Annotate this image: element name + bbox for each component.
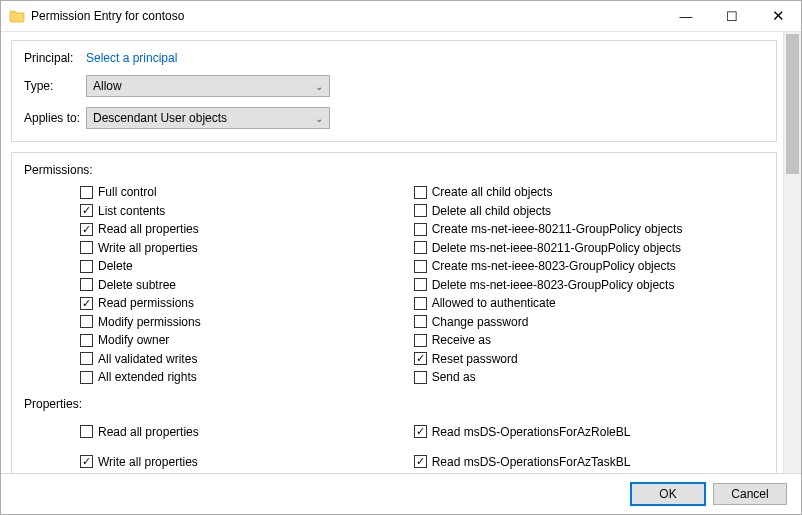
permission-label: Reset password (432, 352, 518, 366)
permission-item: ✓Read msDS-OperationsForAzRoleBL (414, 417, 764, 447)
checkbox[interactable] (414, 241, 427, 254)
titlebar: Permission Entry for contoso — ☐ ✕ (1, 1, 801, 32)
permission-item: Modify permissions (80, 313, 414, 332)
checkbox[interactable]: ✓ (80, 223, 93, 236)
checkbox[interactable] (80, 278, 93, 291)
permission-label: Create ms-net-ieee-8023-GroupPolicy obje… (432, 259, 676, 273)
checkbox[interactable] (80, 371, 93, 384)
permission-item: Full control (80, 183, 414, 202)
permission-item: ✓List contents (80, 202, 414, 221)
permission-item: ✓Read msDS-OperationsForAzTaskBL (414, 447, 764, 474)
permissions-grid: Full control✓List contents✓Read all prop… (24, 183, 764, 387)
permission-label: Delete ms-net-ieee-80211-GroupPolicy obj… (432, 241, 681, 255)
checkbox[interactable]: ✓ (414, 352, 427, 365)
permission-label: Send as (432, 370, 476, 384)
checkbox[interactable]: ✓ (414, 425, 427, 438)
properties-section-label: Properties: (24, 397, 764, 411)
cancel-button[interactable]: Cancel (713, 483, 787, 505)
checkbox[interactable] (80, 186, 93, 199)
checkbox[interactable] (80, 241, 93, 254)
permission-item: Create all child objects (414, 183, 764, 202)
ok-button[interactable]: OK (631, 483, 705, 505)
content: Principal: Select a principal Type: Allo… (1, 32, 783, 473)
permission-item: Read all properties (80, 417, 414, 447)
permission-label: Read msDS-OperationsForAzRoleBL (432, 425, 631, 439)
minimize-icon: — (680, 9, 693, 24)
close-icon: ✕ (772, 7, 785, 25)
principal-label: Principal: (24, 51, 86, 65)
checkbox[interactable] (80, 260, 93, 273)
checkbox[interactable] (80, 352, 93, 365)
checkbox[interactable]: ✓ (80, 204, 93, 217)
checkbox[interactable] (414, 186, 427, 199)
permission-item: Change password (414, 313, 764, 332)
permission-label: Read permissions (98, 296, 194, 310)
permission-item: ✓Read permissions (80, 294, 414, 313)
permission-label: All extended rights (98, 370, 197, 384)
permission-item: Delete all child objects (414, 202, 764, 221)
permission-label: Write all properties (98, 455, 198, 469)
permission-label: Delete (98, 259, 133, 273)
permission-label: Delete ms-net-ieee-8023-GroupPolicy obje… (432, 278, 675, 292)
permission-label: All validated writes (98, 352, 197, 366)
permission-item: Allowed to authenticate (414, 294, 764, 313)
select-principal-link[interactable]: Select a principal (86, 51, 177, 65)
permission-label: Delete all child objects (432, 204, 551, 218)
maximize-button[interactable]: ☐ (709, 1, 755, 31)
properties-column-right: ✓Read msDS-OperationsForAzRoleBL✓Read ms… (414, 417, 764, 474)
appliesto-select[interactable]: Descendant User objects ⌄ (86, 107, 330, 129)
permission-label: Write all properties (98, 241, 198, 255)
permission-label: Delete subtree (98, 278, 176, 292)
window: Permission Entry for contoso — ☐ ✕ Princ… (0, 0, 802, 515)
permission-label: Create all child objects (432, 185, 553, 199)
close-button[interactable]: ✕ (755, 1, 801, 31)
checkbox[interactable] (414, 260, 427, 273)
checkbox[interactable] (414, 223, 427, 236)
permission-label: Create ms-net-ieee-80211-GroupPolicy obj… (432, 222, 683, 236)
scroll-thumb[interactable] (786, 34, 799, 174)
permission-item: Receive as (414, 331, 764, 350)
header-group: Principal: Select a principal Type: Allo… (11, 40, 777, 142)
permission-item: Modify owner (80, 331, 414, 350)
permission-label: Full control (98, 185, 157, 199)
permission-item: All validated writes (80, 350, 414, 369)
permissions-section-label: Permissions: (24, 163, 764, 177)
checkbox[interactable] (80, 425, 93, 438)
properties-column-left: Read all properties✓Write all properties (80, 417, 414, 474)
permission-label: Modify owner (98, 333, 169, 347)
permissions-group: Permissions: Full control✓List contents✓… (11, 152, 777, 473)
dialog-footer: OK Cancel (1, 473, 801, 514)
checkbox[interactable] (80, 334, 93, 347)
checkbox[interactable]: ✓ (414, 455, 427, 468)
permission-item: Delete ms-net-ieee-80211-GroupPolicy obj… (414, 239, 764, 258)
permission-item: ✓Reset password (414, 350, 764, 369)
maximize-icon: ☐ (726, 9, 738, 24)
checkbox[interactable]: ✓ (80, 455, 93, 468)
permissions-column-right: Create all child objectsDelete all child… (414, 183, 764, 387)
permission-item: ✓Read all properties (80, 220, 414, 239)
type-label: Type: (24, 79, 86, 93)
checkbox[interactable] (80, 315, 93, 328)
ok-button-label: OK (659, 487, 676, 501)
appliesto-label: Applies to: (24, 111, 86, 125)
vertical-scrollbar[interactable] (783, 32, 801, 473)
permission-label: Receive as (432, 333, 491, 347)
chevron-down-icon: ⌄ (315, 113, 323, 124)
permission-item: Write all properties (80, 239, 414, 258)
type-select[interactable]: Allow ⌄ (86, 75, 330, 97)
permissions-column-left: Full control✓List contents✓Read all prop… (80, 183, 414, 387)
permission-label: Modify permissions (98, 315, 201, 329)
checkbox[interactable] (414, 371, 427, 384)
checkbox[interactable] (414, 278, 427, 291)
permission-item: Create ms-net-ieee-80211-GroupPolicy obj… (414, 220, 764, 239)
minimize-button[interactable]: — (663, 1, 709, 31)
permission-label: Read all properties (98, 425, 199, 439)
checkbox[interactable] (414, 297, 427, 310)
checkbox[interactable] (414, 334, 427, 347)
checkbox[interactable] (414, 315, 427, 328)
checkbox[interactable] (414, 204, 427, 217)
cancel-button-label: Cancel (731, 487, 768, 501)
window-controls: — ☐ ✕ (663, 1, 801, 31)
permission-item: Delete (80, 257, 414, 276)
checkbox[interactable]: ✓ (80, 297, 93, 310)
